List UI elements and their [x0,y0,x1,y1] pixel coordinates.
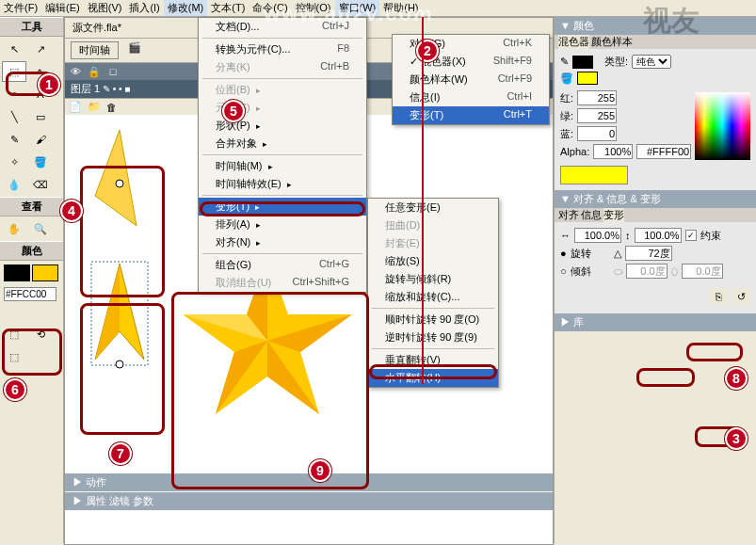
menu-item[interactable]: 对齐(N) [199,233,366,251]
menu-item[interactable]: 水平翻转(H) [368,369,498,387]
menu-5[interactable]: 文本(T) [207,0,249,16]
reset-transform-button[interactable]: ↺ [732,288,750,305]
hex-color-input[interactable] [636,144,691,159]
add-folder-icon[interactable]: 📁 [88,101,101,113]
lock-icon[interactable]: 🔒 [88,66,101,78]
menu-item[interactable]: 信息(I)Ctrl+I [393,88,549,106]
fill-color[interactable] [577,72,598,85]
bucket-tool[interactable]: 🪣 [28,152,53,172]
menu-item[interactable]: 时间轴(M) [199,157,366,175]
scene-icon[interactable]: 🎬 [128,41,141,59]
line-tool[interactable]: ╲ [2,106,26,127]
menu-item[interactable]: 合并对象 [199,135,366,152]
width-input[interactable] [574,228,621,243]
constrain-label: 约束 [700,229,721,243]
svg-point-1 [116,180,123,187]
menu-item[interactable]: 形状(P) [199,117,366,135]
eye-icon[interactable]: 👁 [69,66,82,77]
red-input[interactable] [577,90,617,105]
modify-menu-dropdown: 文档(D)...Ctrl+J转换为元件(C)...F8分离(K)Ctrl+B位图… [198,17,367,293]
tab-align[interactable]: 对齐 [558,208,579,222]
add-layer-icon[interactable]: 📄 [69,101,82,113]
eraser-tool[interactable]: ⌫ [28,174,53,195]
ink-tool[interactable]: ✧ [2,152,26,172]
color-preview [560,166,628,184]
menu-3[interactable]: 插入(I) [125,0,163,16]
type-select[interactable]: 纯色 [632,55,671,69]
rect-tool[interactable]: ▭ [28,106,53,127]
brush-tool[interactable]: 🖌 [28,129,53,150]
timeline-button[interactable]: 时间轴 [71,41,119,59]
pencil-tool[interactable]: ✎ [2,129,26,150]
menu-item[interactable]: 缩放(S) [368,252,498,270]
pen-tool[interactable]: ✒ [2,84,26,104]
menu-item[interactable]: 旋转与倾斜(R) [368,270,498,288]
library-panel-head[interactable]: ▶ 库 [555,313,756,331]
right-panels: ▼ 颜色 混色器 颜色样本 ✎ 类型: 纯色 🪣 红: 绿: 蓝: Alpha: [554,17,756,544]
eyedropper-tool[interactable]: 💧 [2,174,26,195]
properties-panel-header[interactable]: ▶ 属性 滤镜 参数 [65,492,553,510]
zoom-tool[interactable]: 🔍 [28,218,53,239]
marker-8: 8 [725,367,748,390]
menu-item[interactable]: ✓ 混色器(X)Shift+F9 [393,53,549,71]
green-input[interactable] [577,108,617,123]
menu-item[interactable]: 转换为元件(C)...F8 [199,40,366,58]
transform-panel-head[interactable]: ▼ 对齐 & 信息 & 变形 [555,190,756,208]
skew-h-input[interactable] [626,264,668,279]
skew-radio[interactable] [560,265,567,277]
blue-input[interactable] [577,126,617,141]
menu-item[interactable]: 任意变形(E) [368,199,498,216]
stroke-color[interactable] [572,56,593,69]
angle-input[interactable] [625,246,672,261]
width-icon: ↔ [560,230,571,241]
menu-item[interactable]: 组合(G)Ctrl+G [199,256,366,274]
color-picker[interactable] [695,92,750,160]
color-title: 颜色 [0,241,63,261]
menu-item[interactable]: 逆时针旋转 90 度(9) [368,329,498,346]
angle-icon: △ [614,248,621,260]
outline-icon[interactable]: □ [106,66,120,77]
delete-layer-icon[interactable]: 🗑 [106,102,117,113]
menu-4[interactable]: 修改(M) [164,0,208,16]
menu-item[interactable]: 变形(T)Ctrl+T [393,106,549,124]
height-input[interactable] [635,228,682,243]
menu-item[interactable]: 颜色样本(W)Ctrl+F9 [393,71,549,88]
menu-item[interactable]: 顺时针旋转 90 度(O) [368,311,498,329]
menu-item[interactable]: 时间轴特效(E) [199,175,366,193]
menu-1[interactable]: 编辑(E) [41,0,84,16]
tab-mixer[interactable]: 混色器 [558,35,589,49]
constrain-checkbox[interactable]: ✓ [685,230,697,241]
menu-item[interactable]: 变形(T) [199,198,366,216]
alpha-input[interactable] [593,144,633,159]
free-transform-tool[interactable]: ⬚ [2,61,26,82]
menu-item: 取消组合(U)Ctrl+Shift+G [199,274,366,292]
menu-item[interactable]: 缩放和旋转(C)... [368,288,498,306]
copy-transform-button[interactable]: ⎘ [709,288,728,305]
menu-item: 扭曲(D) [368,216,498,234]
menu-item: 位图(B) [199,81,366,99]
skew-v-input[interactable] [682,264,723,279]
stroke-swatch[interactable] [4,264,30,281]
subselection-tool[interactable]: ↗ [28,39,53,59]
menu-item: 分离(K)Ctrl+B [199,58,366,76]
selection-tool[interactable]: ↖ [2,39,26,59]
menu-item[interactable]: 排列(A) [199,216,366,233]
svg-point-5 [116,361,123,368]
rotate-radio[interactable] [560,248,567,259]
tab-info[interactable]: 信息 [581,208,602,222]
window-submenu-dropdown: 对齐(G)Ctrl+K✓ 混色器(X)Shift+F9颜色样本(W)Ctrl+F… [392,34,550,125]
fill-swatch[interactable] [32,264,58,281]
hand-tool[interactable]: ✋ [2,218,26,239]
option-tool-2[interactable]: ⟲ [28,324,53,345]
hex-input[interactable] [4,287,56,301]
view-title: 查看 [0,197,63,216]
tab-swatches[interactable]: 颜色样本 [591,35,633,49]
menu-item[interactable]: 垂直翻转(V) [368,351,498,369]
tab-transform[interactable]: 变形 [603,208,624,222]
marker-7: 7 [109,442,132,465]
actions-panel-header[interactable]: ▶ 动作 [65,473,553,491]
option-tool-3[interactable]: ⬚ [2,346,26,367]
menu-2[interactable]: 视图(V) [84,0,126,16]
menu-0[interactable]: 文件(F) [0,0,41,16]
option-tool-1[interactable]: ⬚ [2,324,26,345]
